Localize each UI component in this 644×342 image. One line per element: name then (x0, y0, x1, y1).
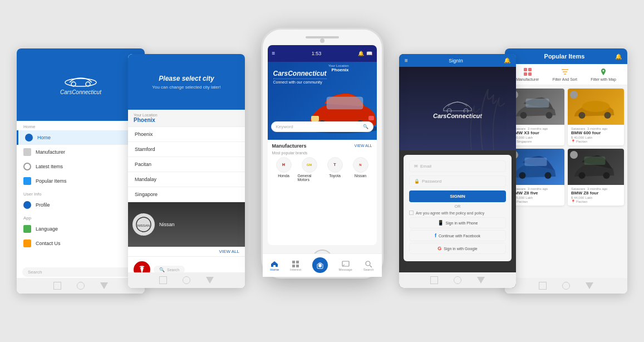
signin-nav-square[interactable] (430, 276, 438, 284)
tablet-nav-circle[interactable] (77, 282, 85, 290)
tablet-sidebar: CarsConnecticut Home Home Manufacturer L… (17, 48, 145, 294)
bmw-x3-location: 📍 Singapore (512, 139, 561, 143)
signin-title: SignIn (449, 58, 463, 63)
phone-search-bar[interactable]: Keyword 🔍 (271, 121, 373, 132)
hamburger-icon[interactable]: ≡ (405, 57, 408, 63)
svg-point-37 (604, 112, 611, 119)
bmw-600-name: BMW 600 four (571, 130, 621, 135)
popular-nav-square[interactable] (539, 282, 547, 290)
bmw-z8-blue-image (508, 149, 564, 185)
bmw-z8-four-location: 📍 Pacitan (571, 199, 621, 203)
popular-bell[interactable]: 🔔 (615, 53, 622, 60)
popular-header: ≡ Popular Items 🔔 (505, 48, 627, 64)
filter-map[interactable]: Filter with Map (591, 67, 616, 81)
password-input[interactable]: 🔒 Password (409, 175, 506, 187)
city-location-bar: Your Location Phoenix (128, 110, 245, 127)
bmw-z8-four-price: $ 44,000 Lakh (571, 196, 621, 199)
sidebar-item-language[interactable]: Language (17, 222, 145, 236)
tablet-popular: ≡ Popular Items 🔔 Manufacturer (505, 48, 627, 294)
sidebar-brand-name: CarsConnecticut (60, 89, 101, 95)
manufacturers-subtitle: Most popular brands (272, 151, 372, 155)
phone-device: ≡ 1:53 🔔 📖 (261, 28, 384, 279)
phone-location-label: Your Location (328, 64, 348, 67)
sidebar-item-home[interactable]: Home (17, 130, 145, 145)
filter-sort[interactable]: Filter And Sort (553, 67, 577, 81)
bell-icon[interactable]: 🔔 (358, 51, 364, 56)
hamburger-menu[interactable]: ≡ (272, 50, 276, 56)
home-icon (25, 134, 33, 141)
city-item-mandalay[interactable]: Mandalay (128, 172, 245, 187)
city-location-label: Your Location (134, 113, 158, 117)
sidebar-item-manufacturer[interactable]: Manufacturer (17, 145, 145, 159)
signin-nav-back[interactable] (477, 277, 485, 284)
bmw-600-price: $ 40,000 Lakh (571, 135, 621, 139)
city-item-stamford[interactable]: Stamford (128, 142, 245, 157)
sidebar-car-logo (61, 75, 100, 87)
language-icon (23, 225, 31, 233)
city-item-pacitan[interactable]: Pacitan (128, 157, 245, 172)
city-select-subtitle: You can change selected city later! (152, 85, 220, 90)
car-card-bmw-x3[interactable]: Sataware 3 months ago BMW X3 four $ 60,0… (508, 89, 564, 145)
bmw-x3-name: BMW X3 four (512, 130, 561, 135)
city-header: Please select city You can change select… (128, 54, 245, 110)
brand-grid: H Honda GM General Motors T Toyota N (272, 157, 372, 182)
manufacturers-view-all[interactable]: VIEW ALL (355, 144, 372, 148)
tablet-nav-back[interactable] (100, 282, 108, 289)
phone-wrapper: ≡ 1:53 🔔 📖 (261, 28, 384, 279)
signin-bell-icon[interactable]: 🔔 (504, 57, 510, 63)
signin-nav-circle[interactable] (454, 276, 461, 284)
city-nav-square[interactable] (159, 276, 167, 284)
search-placeholder: Keyword (276, 124, 293, 129)
svg-point-31 (603, 70, 604, 72)
facebook-signin-btn[interactable]: f Continue with Facebook (409, 230, 506, 241)
sidebar-item-latest[interactable]: Latest Items (17, 159, 145, 174)
book-icon[interactable]: 📖 (366, 51, 372, 56)
phone-brand: CarsConnecticut (273, 70, 327, 77)
bmw-z8-five-info: Sataware 3 months ago BMW Z8 five $ 65,0… (508, 185, 564, 206)
svg-point-40 (545, 172, 552, 179)
popular-nav-back[interactable] (586, 282, 593, 289)
sidebar-search-area: Search 🔍 (17, 267, 145, 277)
sidebar-item-popular[interactable]: Popular Items (17, 174, 145, 188)
sort-filter-icon (561, 67, 569, 76)
car-card-bmw-600[interactable]: Sataware 3 months ago BMW 600 four $ 40,… (568, 89, 624, 145)
manufacturer-filter-icon (523, 67, 532, 76)
view-all-link[interactable]: VIEW ALL (219, 249, 239, 254)
tablet-signin: ≡ SignIn 🔔 (399, 54, 516, 288)
car-preview-area: NISSAN Nissan (128, 202, 245, 247)
car-card-bmw-z8-four[interactable]: Sataware 3 months ago BMW Z8 four $ 44,0… (568, 149, 624, 206)
city-item-phoenix[interactable]: Phoenix (128, 127, 245, 142)
search-sm-icon: 🔍 (159, 267, 165, 272)
popular-nav-circle[interactable] (562, 282, 570, 290)
brand-gm[interactable]: GM General Motors (298, 157, 321, 182)
phone-status-bar: ≡ 1:53 🔔 📖 (268, 45, 377, 62)
search-label: Search (28, 270, 42, 275)
search-icon[interactable]: 🔍 (363, 124, 368, 129)
signin-button[interactable]: SIGNIN (409, 190, 506, 202)
svg-rect-24 (524, 68, 527, 71)
svg-point-42 (579, 172, 586, 179)
phone-signin-btn[interactable]: 📱 Sign in with Phone (409, 217, 506, 228)
svg-point-35 (582, 101, 610, 112)
nissan-logo: NISSAN (132, 213, 155, 236)
checkbox[interactable] (409, 211, 414, 215)
google-signin-btn[interactable]: G Sign in with Google (409, 243, 506, 254)
person-icon (23, 201, 31, 209)
sidebar-item-profile[interactable]: Profile (17, 198, 145, 212)
bmw-z8-four-name: BMW Z8 four (571, 190, 621, 196)
sidebar-item-contactus[interactable]: Contact Us (17, 236, 145, 251)
city-item-singapore[interactable]: Singapore (128, 187, 245, 202)
city-nav-circle[interactable] (183, 276, 190, 284)
manufacturers-header: Manufacturers VIEW ALL (272, 143, 372, 149)
car-card-bmw-z8-five[interactable]: Sataware 3 months ago BMW Z8 five $ 65,0… (508, 149, 564, 206)
filter-manufacturer[interactable]: Manufacturer (516, 67, 539, 81)
brand-toyota[interactable]: T Toyota (323, 157, 347, 182)
svg-rect-26 (524, 72, 527, 76)
city-nav-back[interactable] (206, 277, 214, 284)
city-location-value: Phoenix (134, 117, 158, 123)
email-input[interactable]: ✉ Email (409, 160, 506, 172)
svg-rect-27 (528, 72, 532, 76)
brand-nissan[interactable]: N Nissan (349, 157, 372, 182)
brand-honda[interactable]: H Honda (272, 157, 296, 182)
tablet-nav-square[interactable] (53, 282, 61, 290)
